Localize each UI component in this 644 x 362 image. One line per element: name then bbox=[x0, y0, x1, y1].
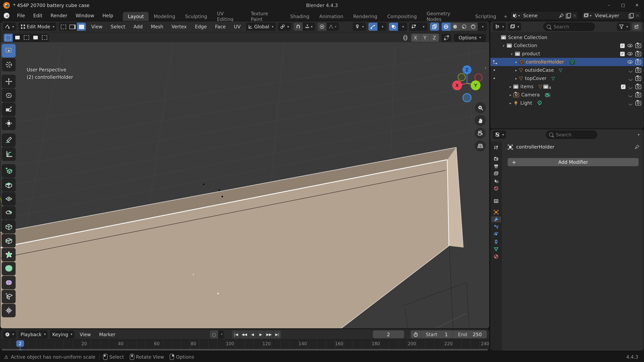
chevron-right-icon[interactable]: ▸ bbox=[515, 77, 517, 80]
tool-shrink-fatten[interactable] bbox=[2, 304, 16, 317]
tool-spin[interactable] bbox=[2, 262, 16, 276]
tool-scale[interactable] bbox=[2, 103, 16, 116]
next-keyframe-button[interactable]: ▶▶ bbox=[265, 330, 273, 338]
pin-icon[interactable] bbox=[559, 13, 564, 18]
orthographic-toggle-button[interactable] bbox=[475, 140, 486, 151]
outliner-row-collection[interactable]: ∨ Collection ✓ bbox=[490, 41, 644, 50]
proportional-falloff-button[interactable]: ▾ bbox=[326, 23, 338, 31]
previous-keyframe-button[interactable]: ◀◀ bbox=[240, 330, 248, 338]
use-preview-range-button[interactable] bbox=[411, 332, 420, 337]
timeline-menu-view[interactable]: View bbox=[77, 332, 94, 337]
tool-inset-faces[interactable] bbox=[2, 192, 16, 206]
viewport-menu-select[interactable]: Select bbox=[108, 24, 128, 29]
tool-extrude-region[interactable] bbox=[2, 178, 16, 192]
tab-view-layer[interactable] bbox=[491, 170, 501, 177]
menu-edit[interactable]: Edit bbox=[29, 10, 46, 21]
tab-output[interactable] bbox=[491, 163, 501, 169]
shading-rendered-button[interactable] bbox=[469, 23, 478, 31]
close-button[interactable]: ✕ bbox=[630, 0, 644, 10]
viewport-menu-face[interactable]: Face bbox=[212, 24, 229, 29]
tool-transform[interactable] bbox=[2, 116, 16, 130]
select-set-button[interactable] bbox=[4, 33, 13, 41]
overlays-settings-button[interactable]: ▾ bbox=[398, 23, 407, 31]
workspace-tab-geometry-nodes[interactable]: Geometry Nodes bbox=[422, 12, 470, 21]
workspace-tab-texture-paint[interactable]: Texture Paint bbox=[246, 12, 285, 21]
tab-material[interactable] bbox=[491, 253, 501, 259]
exclude-checkbox[interactable]: ✓ bbox=[621, 84, 626, 89]
outliner-row-topcover[interactable]: • ▸ ▽ topCover ▽ ◡ bbox=[490, 74, 644, 82]
tab-particles[interactable] bbox=[491, 224, 501, 230]
zoom-button[interactable] bbox=[475, 102, 486, 113]
outliner-row-scene-collection[interactable]: Scene Collection bbox=[490, 33, 644, 41]
menu-window[interactable]: Window bbox=[72, 10, 98, 21]
shading-solid-button[interactable] bbox=[450, 23, 460, 31]
outliner-search[interactable] bbox=[543, 23, 595, 31]
tool-poly-build[interactable] bbox=[2, 248, 16, 261]
workspace-tab-scripting[interactable]: Scripting bbox=[470, 12, 501, 21]
shading-material-button[interactable] bbox=[460, 23, 469, 31]
properties-options-chevron[interactable]: ▾ bbox=[638, 133, 640, 136]
menu-render[interactable]: Render bbox=[46, 10, 72, 21]
face-select-button[interactable] bbox=[77, 23, 86, 31]
jump-to-end-button[interactable]: ▶| bbox=[273, 330, 281, 338]
gizmo-axis-neg-y[interactable] bbox=[475, 74, 482, 81]
maximize-button[interactable]: □ bbox=[616, 0, 630, 10]
current-frame-field[interactable]: 2 bbox=[373, 330, 404, 338]
eye-open-icon[interactable] bbox=[628, 51, 632, 56]
tab-object[interactable] bbox=[491, 209, 501, 215]
outliner-display-mode-button[interactable]: ▾ bbox=[508, 23, 521, 31]
chevron-right-icon[interactable]: ▸ bbox=[510, 85, 511, 88]
current-frame-badge[interactable]: 2 bbox=[16, 340, 24, 347]
properties-editor-type-button[interactable]: ▾ bbox=[493, 130, 506, 139]
unlink-scene-icon[interactable]: ✕ bbox=[573, 13, 577, 18]
chevron-expand-icon[interactable]: ∨ bbox=[502, 44, 504, 47]
outliner-row-camera[interactable]: ▸ Camera ◡ bbox=[490, 91, 644, 99]
tool-cursor[interactable] bbox=[2, 58, 16, 71]
playback-menu[interactable]: Playback ▾ bbox=[18, 330, 48, 338]
blender-menu-icon[interactable] bbox=[4, 13, 9, 18]
autokey-settings-button[interactable]: ▾ bbox=[218, 330, 224, 338]
viewport-menu-view[interactable]: View bbox=[88, 24, 105, 29]
play-button[interactable]: ▶ bbox=[257, 330, 265, 338]
local-view-settings-button[interactable]: ▾ bbox=[418, 23, 428, 31]
start-frame-field[interactable]: Start 1 bbox=[420, 330, 453, 338]
remove-viewlayer-icon[interactable]: ✕ bbox=[636, 13, 640, 18]
mirror-z-button[interactable]: Z bbox=[430, 33, 439, 41]
tab-constraints[interactable] bbox=[491, 238, 501, 245]
select-extend-button[interactable] bbox=[13, 33, 22, 41]
end-frame-field[interactable]: End 250 bbox=[453, 330, 487, 338]
mirror-x-button[interactable]: X bbox=[411, 33, 420, 41]
workspace-tab-layout[interactable]: Layout bbox=[123, 12, 149, 21]
tool-loop-cut[interactable] bbox=[2, 220, 16, 234]
properties-search-input[interactable] bbox=[555, 132, 594, 138]
show-gizmo-toggle[interactable] bbox=[368, 23, 378, 31]
viewport-menu-edge[interactable]: Edge bbox=[192, 24, 210, 29]
camera-visibility-icon[interactable] bbox=[636, 92, 641, 97]
outliner-row-controllerholder[interactable]: ▸ ▽ controllerHolder ▽ bbox=[490, 58, 644, 66]
object-visibility-button[interactable]: ▾ bbox=[353, 23, 366, 31]
keying-menu[interactable]: Keying ▾ bbox=[50, 330, 74, 338]
timeline-ruler[interactable]: 20 40 60 80 100 120 140 160 180 200 220 … bbox=[0, 339, 489, 349]
collapse-sidebar-handle[interactable]: ‹ bbox=[485, 65, 487, 71]
exclude-checkbox[interactable]: ✓ bbox=[620, 43, 625, 48]
new-collection-button[interactable] bbox=[632, 23, 641, 31]
select-intersect-button[interactable] bbox=[40, 33, 49, 41]
tool-measure[interactable] bbox=[2, 147, 16, 161]
tab-collection[interactable] bbox=[491, 198, 501, 204]
eye-open-icon[interactable] bbox=[628, 59, 632, 64]
chevron-right-icon[interactable]: ▸ bbox=[515, 68, 517, 72]
timeline-editor-type-button[interactable]: ▾ bbox=[3, 330, 16, 338]
viewport-menu-mesh[interactable]: Mesh bbox=[148, 24, 166, 29]
outliner-row-outsidecase[interactable]: • ▸ ▽ outsideCase ▽ ◡ bbox=[490, 66, 644, 74]
tab-modifiers[interactable] bbox=[491, 216, 501, 223]
gizmo-axis-neg-z[interactable] bbox=[463, 93, 471, 102]
tab-tool[interactable] bbox=[491, 144, 501, 150]
eye-closed-icon[interactable]: ◡ bbox=[628, 92, 632, 98]
viewport-menu-add[interactable]: Add bbox=[131, 24, 146, 29]
outliner-row-product[interactable]: ∨ product ✓ bbox=[490, 50, 644, 58]
edge-select-button[interactable] bbox=[68, 23, 77, 31]
workspace-tab-animation[interactable]: Animation bbox=[314, 12, 348, 21]
camera-visibility-icon[interactable] bbox=[636, 51, 641, 56]
chevron-right-icon[interactable]: ▸ bbox=[510, 93, 511, 97]
gizmo-axis-neg-x[interactable] bbox=[458, 73, 465, 81]
